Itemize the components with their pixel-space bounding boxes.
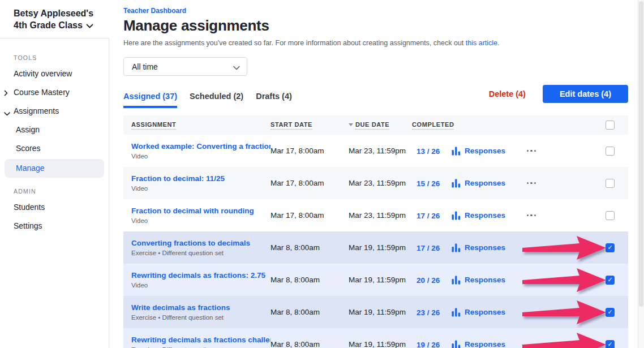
- page-description: Here are the assignments you've created …: [123, 39, 628, 47]
- sort-descending-icon: [349, 123, 353, 126]
- scrollbar-thumb[interactable]: [639, 1, 643, 307]
- sidebar-item-scores[interactable]: Scores: [0, 139, 109, 158]
- delete-button[interactable]: Delete (4): [489, 89, 526, 98]
- page-title: Manage assignments: [123, 17, 628, 35]
- tab-assigned[interactable]: Assigned (37): [123, 92, 177, 108]
- class-switcher[interactable]: Betsy Appleseed's 4th Grade Class: [0, 0, 109, 38]
- table-row[interactable]: Rewriting decimals as fractions: 2.75 Vi…: [123, 264, 628, 296]
- completed-count-link[interactable]: 20 / 26: [417, 276, 440, 285]
- assignment-link[interactable]: Fraction to decimal: 11/25: [131, 174, 271, 183]
- due-date-value: Mar 23, 11:59pm: [349, 179, 412, 187]
- teacher-dashboard-app: Betsy Appleseed's 4th Grade Class TOOLS …: [0, 0, 644, 348]
- completed-count-link[interactable]: 13 / 26: [417, 147, 440, 156]
- class-name-line2: 4th Grade Class: [14, 20, 83, 30]
- table-row[interactable]: Write decimals as fractions Exercise • D…: [123, 296, 628, 328]
- sidebar-nav: TOOLS Activity overview Course Mastery A…: [0, 38, 109, 348]
- vertical-scrollbar[interactable]: [638, 0, 644, 348]
- select-all-checkbox[interactable]: [606, 121, 615, 130]
- main-content: Teacher Dashboard Manage assignments Her…: [109, 0, 644, 348]
- column-header-assignment: ASSIGNMENT: [131, 121, 271, 130]
- table-row[interactable]: Fraction to decimal with rounding Video …: [123, 199, 628, 231]
- assignment-link[interactable]: Rewriting decimals as fractions challeng…: [131, 336, 271, 344]
- annotation-arrow: [522, 267, 607, 294]
- assignment-link[interactable]: Converting fractions to decimals: [131, 239, 271, 247]
- controls-row: Assigned (37) Scheduled (2) Drafts (4) D…: [123, 85, 628, 108]
- start-date-value: Mar 17, 8:00am: [271, 211, 349, 220]
- table-row[interactable]: Worked example: Converting a fraction...…: [123, 135, 628, 167]
- bar-chart-icon: [452, 308, 461, 317]
- assignment-link[interactable]: Worked example: Converting a fraction...: [131, 142, 271, 151]
- responses-link[interactable]: Responses: [465, 147, 505, 155]
- row-checkbox[interactable]: [606, 243, 615, 252]
- due-date-value: Mar 19, 11:59pm: [349, 308, 412, 316]
- assignment-link[interactable]: Write decimals as fractions: [131, 303, 271, 312]
- annotation-arrow: [522, 234, 607, 261]
- tab-drafts[interactable]: Drafts (4): [256, 92, 292, 108]
- sidebar-item-manage[interactable]: Manage: [5, 159, 104, 178]
- edit-dates-button[interactable]: Edit dates (4): [543, 85, 628, 103]
- due-date-value: Mar 23, 11:59pm: [349, 147, 412, 155]
- sidebar-item-assign[interactable]: Assign: [0, 121, 109, 139]
- description-period: .: [497, 39, 499, 47]
- row-checkbox[interactable]: [606, 179, 615, 188]
- responses-link[interactable]: Responses: [465, 179, 505, 187]
- responses-link[interactable]: Responses: [465, 276, 505, 284]
- row-checkbox[interactable]: [606, 147, 615, 156]
- table-row[interactable]: Rewriting decimals as fractions challeng…: [123, 328, 628, 348]
- column-header-due-date[interactable]: DUE DATE: [349, 121, 412, 130]
- assignment-type-label: Video: [131, 185, 271, 192]
- row-checkbox[interactable]: [606, 211, 615, 220]
- tab-scheduled[interactable]: Scheduled (2): [190, 92, 243, 108]
- column-header-start-date[interactable]: START DATE: [271, 121, 349, 130]
- responses-link[interactable]: Responses: [465, 211, 505, 220]
- responses-link[interactable]: Responses: [465, 308, 505, 316]
- sidebar-item-assignments[interactable]: Assignments: [0, 102, 109, 121]
- time-range-value: All time: [132, 62, 158, 71]
- chevron-down-icon: [4, 109, 10, 118]
- responses-link[interactable]: Responses: [465, 340, 505, 348]
- column-header-completed[interactable]: COMPLETED: [412, 121, 452, 130]
- assignment-link[interactable]: Fraction to decimal with rounding: [131, 207, 271, 215]
- table-body: Worked example: Converting a fraction...…: [123, 135, 628, 348]
- table-row[interactable]: Fraction to decimal: 11/25 Video Mar 17,…: [123, 167, 628, 199]
- sidebar-item-students[interactable]: Students: [0, 198, 109, 217]
- assignments-table: ASSIGNMENT START DATE DUE DATE COMPLETED…: [123, 115, 628, 348]
- row-menu-button[interactable]: [522, 182, 541, 184]
- bar-chart-icon: [452, 179, 461, 188]
- tools-section-label: TOOLS: [14, 54, 109, 61]
- chevron-right-icon: [4, 89, 8, 98]
- sidebar-item-activity-overview[interactable]: Activity overview: [0, 65, 109, 83]
- due-date-value: Mar 19, 11:59pm: [349, 276, 412, 284]
- completed-count-link[interactable]: 23 / 26: [417, 308, 440, 317]
- sidebar-item-label: Assignments: [14, 106, 59, 115]
- table-row[interactable]: Converting fractions to decimals Exercis…: [123, 231, 628, 264]
- completed-count-link[interactable]: 17 / 26: [417, 212, 440, 220]
- completed-count-link[interactable]: 19 / 26: [417, 341, 440, 348]
- start-date-value: Mar 17, 8:00am: [271, 179, 349, 187]
- sidebar-item-label: Manage: [5, 159, 104, 178]
- start-date-value: Mar 8, 8:00am: [271, 276, 349, 284]
- start-date-value: Mar 17, 8:00am: [271, 147, 349, 155]
- row-checkbox[interactable]: [606, 276, 615, 285]
- completed-count-link[interactable]: 15 / 26: [417, 179, 440, 188]
- time-range-select[interactable]: All time: [123, 57, 247, 76]
- responses-link[interactable]: Responses: [465, 243, 505, 252]
- chevron-down-icon: [86, 19, 93, 31]
- row-checkbox[interactable]: [606, 308, 615, 317]
- class-name-line1: Betsy Appleseed's: [14, 8, 93, 18]
- bar-chart-icon: [452, 340, 461, 348]
- bulk-actions: Delete (4) Edit dates (4): [489, 85, 628, 103]
- row-menu-button[interactable]: [522, 150, 541, 152]
- this-article-link[interactable]: this article: [466, 39, 497, 47]
- sidebar-item-settings[interactable]: Settings: [0, 217, 109, 235]
- sidebar-item-course-mastery[interactable]: Course Mastery: [0, 83, 109, 102]
- bar-chart-icon: [452, 243, 461, 252]
- tab-bar: Assigned (37) Scheduled (2) Drafts (4): [123, 92, 292, 108]
- row-menu-button[interactable]: [522, 214, 541, 217]
- completed-count-link[interactable]: 17 / 26: [417, 244, 440, 252]
- row-checkbox[interactable]: [606, 340, 615, 348]
- due-date-value: Mar 19, 11:59pm: [349, 340, 412, 348]
- chevron-down-icon: [233, 63, 240, 72]
- assignment-link[interactable]: Rewriting decimals as fractions: 2.75: [131, 271, 271, 280]
- breadcrumb[interactable]: Teacher Dashboard: [123, 7, 628, 15]
